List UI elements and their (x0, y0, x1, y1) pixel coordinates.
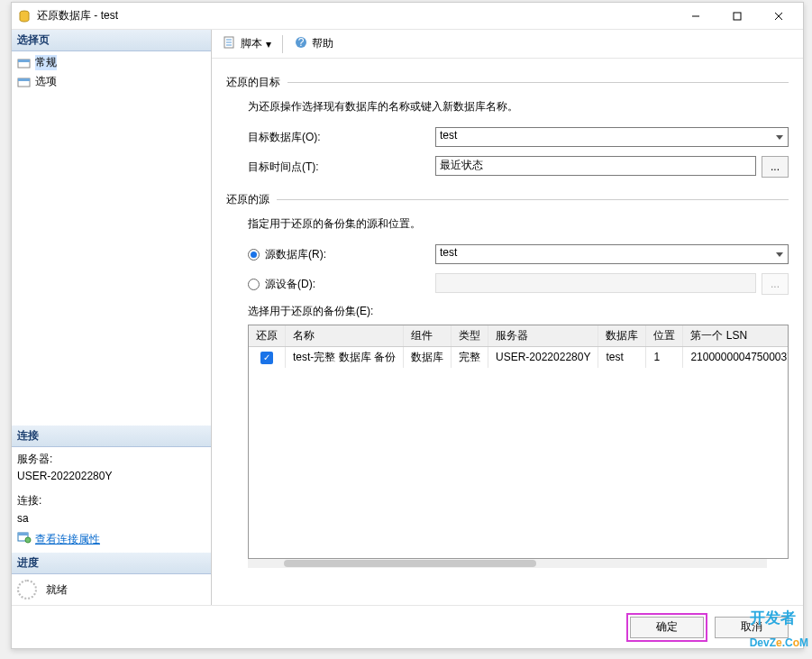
from-db-label: 源数据库(R): (265, 247, 326, 262)
cell-database: test (598, 347, 646, 369)
ok-button[interactable]: 确定 (630, 617, 704, 638)
script-label: 脚本 (241, 36, 262, 51)
target-time-browse-button[interactable]: ... (762, 156, 789, 178)
svg-rect-10 (18, 533, 28, 535)
cancel-label: 取消 (741, 619, 762, 635)
backupset-grid[interactable]: 还原 名称 组件 类型 服务器 数据库 位置 第一个 LSN 最后一 (248, 325, 789, 559)
from-device-field (435, 273, 756, 293)
svg-text:?: ? (298, 36, 305, 49)
spinner-icon (17, 580, 37, 600)
conn-label: 连接: (17, 492, 205, 509)
svg-point-11 (25, 537, 31, 543)
server-label: 服务器: (17, 451, 205, 468)
target-time-row: 目标时间点(T): 最近状态 ... (248, 156, 789, 178)
cell-restore (249, 347, 286, 369)
target-desc: 为还原操作选择现有数据库的名称或键入新数据库名称。 (248, 99, 789, 114)
col-restore[interactable]: 还原 (249, 325, 286, 347)
from-db-radio[interactable] (248, 249, 260, 261)
window-title: 还原数据库 - test (37, 8, 675, 23)
from-db-value: test (440, 246, 457, 259)
col-position[interactable]: 位置 (646, 325, 683, 347)
col-database[interactable]: 数据库 (598, 325, 646, 347)
conn-value: sa (17, 510, 205, 527)
dialog-body: 选择页 常规 选项 连接 (12, 30, 803, 648)
close-button[interactable] (758, 4, 799, 29)
backupset-label: 选择用于还原的备份集(E): (248, 304, 789, 319)
footer: 确定 取消 (12, 605, 803, 648)
view-connection-link[interactable]: 查看连接属性 (17, 531, 205, 549)
connection-block: 服务器: USER-202202280Y 连接: sa 查看连接属性 (12, 447, 211, 553)
cancel-button[interactable]: 取消 (715, 617, 789, 638)
script-icon (223, 35, 237, 52)
content-area: 还原的目标 为还原操作选择现有数据库的名称或键入新数据库名称。 目标数据库(O)… (212, 59, 803, 605)
target-db-combo[interactable]: test (435, 127, 789, 147)
table-row[interactable]: test-完整 数据库 备份 数据库 完整 USER-202202280Y te… (249, 347, 789, 369)
ellipsis-icon: ... (771, 160, 780, 173)
restore-checkbox[interactable] (260, 352, 273, 364)
cell-type: 完整 (452, 347, 488, 369)
horizontal-scrollbar[interactable] (248, 559, 767, 568)
cell-position: 1 (646, 347, 683, 369)
source-desc: 指定用于还原的备份集的源和位置。 (248, 216, 789, 232)
from-device-label: 源设备(D): (265, 277, 315, 292)
titlebar: 还原数据库 - test (12, 3, 803, 30)
connection-header: 连接 (12, 426, 211, 447)
help-label: 帮助 (312, 36, 333, 51)
page-list: 常规 选项 (12, 51, 211, 426)
page-label: 选项 (35, 74, 57, 89)
from-device-browse-button: ... (762, 273, 789, 295)
col-type[interactable]: 类型 (452, 325, 488, 347)
database-icon (17, 9, 32, 23)
view-connection-label: 查看连接属性 (35, 531, 100, 548)
main-area: 选择页 常规 选项 连接 (12, 30, 803, 605)
target-group-label: 还原的目标 (226, 75, 280, 90)
from-db-combo[interactable]: test (435, 244, 789, 264)
source-group-label: 还原的源 (226, 192, 269, 207)
cell-first-lsn: 21000000047500037 (683, 347, 789, 369)
toolbar: 脚本 ▾ ? 帮助 (212, 30, 803, 59)
toolbar-separator (282, 35, 283, 53)
divider (277, 199, 789, 200)
col-first-lsn[interactable]: 第一个 LSN (683, 325, 789, 347)
target-group-title: 还原的目标 (226, 75, 789, 90)
window-buttons (675, 4, 799, 29)
cell-server: USER-202202280Y (488, 347, 598, 369)
page-item-options[interactable]: 选项 (12, 72, 211, 91)
connection-props-icon (17, 531, 32, 549)
page-item-general[interactable]: 常规 (12, 53, 211, 72)
help-button[interactable]: ? 帮助 (290, 33, 337, 54)
left-panel: 选择页 常规 选项 连接 (12, 30, 212, 605)
from-device-radio[interactable] (248, 279, 260, 290)
dialog-window: 还原数据库 - test 选择页 常规 (11, 2, 804, 649)
scrollbar-thumb[interactable] (284, 560, 536, 567)
maximize-button[interactable] (716, 4, 758, 29)
help-icon: ? (294, 35, 308, 52)
ellipsis-icon: ... (771, 278, 780, 290)
cell-component: 数据库 (404, 347, 452, 369)
target-time-label: 目标时间点(T): (248, 160, 428, 175)
col-component[interactable]: 组件 (404, 325, 452, 347)
dropdown-icon: ▾ (266, 38, 271, 50)
target-db-row: 目标数据库(O): test (248, 127, 789, 147)
target-time-value: 最近状态 (440, 159, 483, 171)
from-db-row: 源数据库(R): test (248, 244, 789, 264)
target-db-label: 目标数据库(O): (248, 130, 428, 145)
col-name[interactable]: 名称 (286, 325, 404, 347)
minimize-button[interactable] (675, 4, 716, 29)
page-icon (17, 57, 32, 69)
script-button[interactable]: 脚本 ▾ (219, 33, 275, 54)
target-time-field[interactable]: 最近状态 (435, 156, 756, 176)
grid-header: 还原 名称 组件 类型 服务器 数据库 位置 第一个 LSN 最后一 (249, 325, 789, 347)
server-value: USER-202202280Y (17, 468, 205, 485)
page-icon (17, 76, 32, 88)
svg-rect-2 (734, 13, 741, 20)
right-panel: 脚本 ▾ ? 帮助 还原的目标 为还原操作选择现有数据库的名称或键入新数据库名称… (212, 30, 803, 605)
progress-block: 就绪 (12, 574, 211, 605)
cell-name: test-完整 数据库 备份 (286, 347, 404, 369)
progress-status: 就绪 (46, 582, 68, 598)
divider (287, 82, 789, 83)
col-server[interactable]: 服务器 (488, 325, 598, 347)
page-label: 常规 (35, 55, 57, 70)
progress-header: 进度 (12, 553, 211, 574)
source-group-title: 还原的源 (226, 192, 789, 207)
